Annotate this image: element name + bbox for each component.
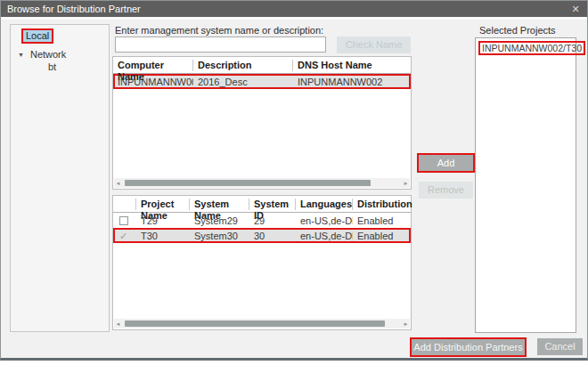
- cell-languages: en-US,de-DE: [296, 231, 353, 241]
- cell-dns-host-name: INPUNMANNW002: [293, 77, 411, 87]
- remove-button[interactable]: Remove: [419, 182, 473, 199]
- column-header-description[interactable]: Description: [193, 60, 293, 71]
- scroll-right-icon[interactable]: ►: [402, 321, 410, 327]
- projects-table: Project Name System Name System ID Langu…: [112, 195, 412, 330]
- scroll-right-icon[interactable]: ►: [402, 181, 410, 186]
- cell-computer-name: INPUNMANNW002: [113, 77, 193, 87]
- scrollbar-thumb[interactable]: [125, 320, 385, 327]
- selected-projects-label: Selected Projects: [479, 25, 556, 36]
- titlebar-divider: [2, 17, 586, 20]
- scrollbar-thumb[interactable]: [125, 180, 371, 186]
- computers-table-hscrollbar[interactable]: ◄ ►: [114, 178, 410, 188]
- cell-project-name: T30: [136, 231, 190, 241]
- column-header-system-id[interactable]: System ID: [249, 199, 296, 210]
- cell-system-name: System29: [190, 215, 249, 226]
- cell-distribution: Enabled: [353, 231, 411, 241]
- title-bar: Browse for Distribution Partner ✕: [1, 1, 587, 17]
- table-row-project-t29[interactable]: T29 System29 29 en-US,de-DE Enabled: [113, 213, 411, 228]
- dialog-window: Browse for Distribution Partner ✕ Local …: [0, 0, 588, 361]
- list-item-selected-project[interactable]: INPUNMANNW002/T30: [478, 41, 585, 55]
- selected-projects-list: INPUNMANNW002/T30: [475, 37, 576, 333]
- cell-distribution: Enabled: [353, 215, 411, 226]
- scrollbar-track[interactable]: [122, 180, 402, 186]
- column-header-system-name[interactable]: System Name: [190, 199, 249, 210]
- cell-description: 2016_Desc: [193, 77, 293, 87]
- projects-table-header: Project Name System Name System ID Langu…: [113, 196, 411, 213]
- projects-table-hscrollbar[interactable]: ◄ ►: [114, 319, 410, 328]
- cell-project-name: T29: [136, 215, 190, 226]
- column-header-checkbox: [113, 199, 136, 210]
- cell-system-name: System30: [190, 231, 249, 241]
- tree-network-label: Network: [30, 49, 66, 60]
- cell-system-id: 29: [249, 215, 296, 226]
- column-header-project-name[interactable]: Project Name: [136, 199, 190, 210]
- cell-languages: en-US,de-DE: [296, 215, 353, 226]
- column-header-distribution[interactable]: Distribution: [353, 199, 412, 210]
- check-icon[interactable]: ✓: [119, 231, 127, 241]
- management-system-input[interactable]: [115, 36, 326, 53]
- dialog-title: Browse for Distribution Partner: [1, 4, 141, 14]
- tree-item-bt[interactable]: bt: [48, 61, 56, 72]
- chevron-down-icon[interactable]: ▼: [18, 52, 24, 58]
- cell-system-id: 30: [249, 231, 296, 241]
- management-system-label: Enter management system name or descript…: [115, 25, 323, 36]
- table-row-computer[interactable]: INPUNMANNW002 2016_Desc INPUNMANNW002: [113, 74, 411, 89]
- scroll-left-icon[interactable]: ◄: [114, 181, 122, 186]
- scroll-left-icon[interactable]: ◄: [114, 321, 122, 327]
- computers-table: Computer Name Description DNS Host Name …: [112, 56, 412, 190]
- close-icon[interactable]: ✕: [564, 4, 587, 15]
- column-header-computer-name[interactable]: Computer Name: [113, 60, 193, 71]
- table-row-project-t30[interactable]: ✓ T30 System30 30 en-US,de-DE Enabled: [113, 228, 411, 243]
- tree-item-local[interactable]: Local: [21, 28, 53, 44]
- checkbox-unchecked[interactable]: [119, 216, 128, 225]
- column-header-dns-host-name[interactable]: DNS Host Name: [293, 60, 411, 71]
- computers-table-header: Computer Name Description DNS Host Name: [113, 57, 411, 74]
- column-header-languages[interactable]: Languages: [296, 199, 353, 210]
- scrollbar-track[interactable]: [122, 320, 402, 327]
- add-distribution-partners-button[interactable]: Add Distribution Partners: [410, 337, 527, 357]
- add-button[interactable]: Add: [417, 153, 475, 173]
- tree-item-network[interactable]: ▼ Network: [18, 49, 66, 60]
- check-name-button[interactable]: Check Name: [337, 36, 411, 53]
- network-tree-panel: Local ▼ Network bt: [10, 24, 110, 332]
- cancel-button[interactable]: Cancel: [537, 338, 583, 355]
